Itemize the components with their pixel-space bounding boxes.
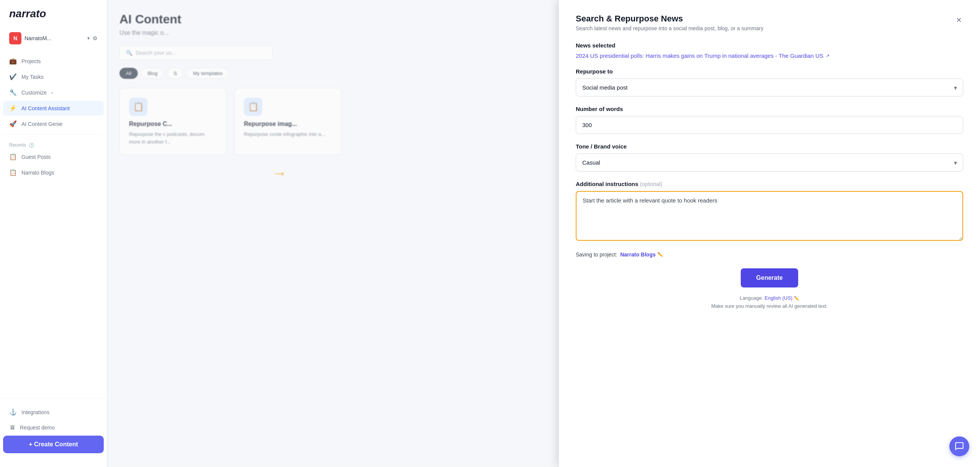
additional-instructions-label: Additional instructions (optional) (576, 181, 963, 187)
tone-select[interactable]: Casual Formal Professional Friendly (576, 153, 963, 171)
filter-tab-s[interactable]: S (167, 68, 183, 79)
sidebar-item-label: Narrato Blogs (21, 170, 54, 176)
create-content-button[interactable]: + Create Content (3, 436, 104, 453)
num-words-input[interactable] (576, 116, 963, 134)
search-icon: 🔍 (126, 50, 132, 56)
news-selected-section: News selected 2024 US presidential polls… (576, 42, 963, 59)
modal: Search & Repurpose News Search latest ne… (559, 0, 980, 467)
logo: narrato (0, 8, 107, 29)
sidebar-item-projects[interactable]: 💼 Projects (3, 54, 104, 69)
sidebar-nav: 💼 Projects ✔️ My Tasks 🔧 Customize › ⚡ A… (0, 54, 107, 398)
sidebar-item-label: My Tasks (21, 74, 44, 80)
num-words-section: Number of words (576, 106, 963, 134)
sidebar-item-label: Integrations (21, 409, 49, 415)
optional-tag: (optional) (640, 181, 662, 187)
sidebar-item-integrations[interactable]: ⚓ Integrations (3, 405, 104, 420)
document-icon: 📋 (9, 153, 17, 160)
card-icon: 📋 (244, 98, 262, 116)
modal-header: Search & Repurpose News Search latest ne… (576, 14, 963, 31)
customize-icon: 🔧 (9, 89, 17, 96)
user-name: NarratoM... (24, 35, 84, 41)
my-templates-tag[interactable]: My templates (186, 68, 229, 79)
sidebar-item-ai-content-assistant[interactable]: ⚡ AI Content Assistant (3, 101, 104, 116)
repurpose-to-select[interactable]: Social media post Blog Summary (576, 78, 963, 96)
repurpose-to-label: Repurpose to (576, 68, 963, 75)
sidebar-item-label: Request demo (20, 425, 55, 431)
saving-to-project-row: Saving to project: Narrato Blogs ✏️ (576, 251, 963, 258)
additional-instructions-section: Additional instructions (optional) Start… (576, 181, 963, 242)
external-link-icon: ↗ (826, 53, 830, 59)
edit-language-icon: ✏️ (794, 296, 799, 300)
edit-icon: ✏️ (657, 252, 663, 257)
lightning-icon: ⚡ (9, 105, 17, 112)
logo-text: narrato (9, 8, 46, 20)
news-selected-label: News selected (576, 42, 963, 49)
anchor-icon: ⚓ (9, 408, 17, 416)
sidebar-item-narrato-blogs[interactable]: 📋 Narrato Blogs (3, 165, 104, 180)
chat-bubble-button[interactable] (949, 436, 969, 456)
gear-icon[interactable]: ⚙ (93, 35, 98, 41)
sidebar-item-ai-content-genie[interactable]: 🚀 AI Content Genie (3, 116, 104, 131)
sidebar-item-customize[interactable]: 🔧 Customize › (3, 85, 104, 100)
document-icon: 📋 (9, 169, 17, 176)
language-link[interactable]: English (US) ✏️ (764, 295, 799, 301)
tone-wrapper: Casual Formal Professional Friendly (576, 153, 963, 171)
rocket-icon: 🚀 (9, 120, 17, 127)
arrow-indicator: → (272, 165, 287, 182)
sidebar-item-request-demo[interactable]: 🖥 Request demo (3, 420, 104, 435)
chat-icon (954, 441, 964, 451)
news-link-text: 2024 US presidential polls: Harris makes… (576, 52, 823, 59)
card-repurpose-image[interactable]: 📋 Repurpose imag... Repurpose conte info… (234, 88, 341, 155)
sidebar-item-label: Guest Posts (21, 154, 51, 160)
news-link[interactable]: 2024 US presidential polls: Harris makes… (576, 52, 963, 59)
generate-button[interactable]: Generate (741, 268, 798, 287)
close-button[interactable]: × (955, 14, 963, 26)
sidebar-bottom: ⚓ Integrations 🖥 Request demo + Create C… (0, 398, 107, 459)
saving-project-link[interactable]: Narrato Blogs ✏️ (620, 251, 663, 258)
search-bar[interactable]: 🔍 Search your us... (119, 46, 273, 60)
filter-tab-blog[interactable]: Blog (141, 68, 164, 79)
modal-title-section: Search & Repurpose News Search latest ne… (576, 14, 763, 31)
language-label: Language: (740, 295, 763, 301)
modal-title: Search & Repurpose News (576, 14, 763, 24)
additional-instructions-input[interactable]: Start the article with a relevant quote … (576, 191, 963, 241)
sidebar: narrato N NarratoM... ▾ ⚙ 💼 Projects ✔️ … (0, 0, 107, 467)
repurpose-to-section: Repurpose to Social media post Blog Summ… (576, 68, 963, 96)
card-icon: 📋 (129, 98, 147, 116)
chevron-right-icon: › (51, 90, 53, 95)
modal-subtitle: Search latest news and repurpose into a … (576, 25, 763, 31)
sidebar-item-label: AI Content Assistant (21, 105, 70, 111)
num-words-label: Number of words (576, 106, 963, 112)
repurpose-to-wrapper: Social media post Blog Summary (576, 78, 963, 96)
sidebar-item-my-tasks[interactable]: ✔️ My Tasks (3, 69, 104, 84)
check-icon: ✔️ (9, 73, 17, 80)
sidebar-item-label: AI Content Genie (21, 121, 62, 127)
language-row: Language: English (US) ✏️ (576, 295, 963, 301)
recents-section-title: Recents (9, 142, 26, 148)
sidebar-item-label: Customize (21, 90, 47, 96)
clock-icon: 🕐 (29, 143, 34, 147)
filter-tab-all[interactable]: All (119, 68, 138, 79)
recents-label: Recents 🕐 (3, 138, 104, 149)
disclaimer: Make sure you manually review all AI gen… (576, 303, 963, 309)
card-repurpose-content[interactable]: 📋 Repurpose C... Repurpose the c podcast… (119, 88, 227, 155)
briefcase-icon: 💼 (9, 57, 17, 65)
monitor-icon: 🖥 (9, 424, 15, 431)
user-menu[interactable]: N NarratoM... ▾ ⚙ (3, 29, 104, 47)
tone-label: Tone / Brand voice (576, 143, 963, 150)
avatar: N (9, 32, 21, 44)
sidebar-item-guest-posts[interactable]: 📋 Guest Posts (3, 149, 104, 164)
chevron-down-icon: ▾ (87, 36, 90, 41)
saving-label: Saving to project: (576, 251, 617, 258)
tone-section: Tone / Brand voice Casual Formal Profess… (576, 143, 963, 171)
sidebar-item-label: Projects (21, 58, 41, 64)
